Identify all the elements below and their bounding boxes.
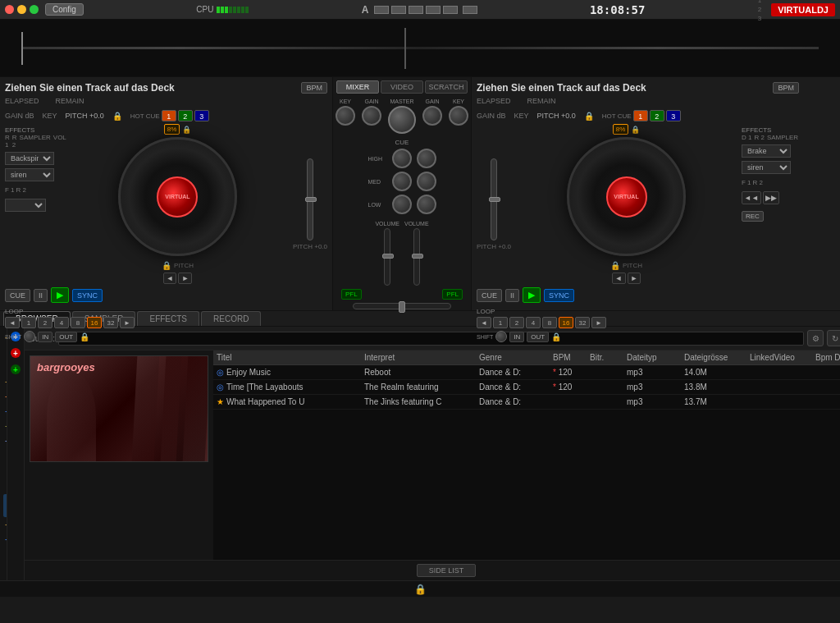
mixer-eq-high: HIGH <box>368 149 436 168</box>
deck-left-bpm-button[interactable]: BPM <box>301 82 327 94</box>
td-diff-3 <box>815 397 840 406</box>
loop-btn-4-right[interactable]: 4 <box>526 317 541 328</box>
loop-btn-next-left[interactable]: ► <box>120 317 135 328</box>
high-knob-left[interactable] <box>392 149 412 168</box>
sampler-select-left[interactable]: siren <box>5 168 54 181</box>
pfl-button-left[interactable]: PFL <box>341 289 362 300</box>
loop-btn-32-right[interactable]: 32 <box>575 317 590 328</box>
med-knob-left[interactable] <box>392 172 412 191</box>
add-button-2[interactable]: + <box>11 348 21 358</box>
loop-btn-4-left[interactable]: 4 <box>54 317 69 328</box>
mixer-icon-extra[interactable] <box>463 6 477 14</box>
mixer-tab-video[interactable]: VIDEO <box>381 80 423 94</box>
track-table[interactable]: Titel Interpret Genre BPM Bitr. Dateityp… <box>213 350 840 560</box>
pause-button-right[interactable]: II <box>505 289 519 302</box>
pitch-arrow-left-left[interactable]: ◄ <box>163 273 177 284</box>
shift-knob-left[interactable] <box>24 331 35 342</box>
side-list-button[interactable]: SIDE LIST <box>417 564 477 577</box>
vol-fader-right[interactable] <box>413 228 420 286</box>
loop-btn-16-right[interactable]: 16 <box>559 317 573 328</box>
td-titel-1: ◎ Enjoy Music <box>217 368 364 377</box>
close-dot[interactable] <box>5 5 14 14</box>
loop-btn-prev-left[interactable]: ◄ <box>5 317 20 328</box>
key-knob-right[interactable] <box>449 106 468 126</box>
loop-btn-1-right[interactable]: 1 <box>493 317 508 328</box>
loop-btn-32-left[interactable]: 32 <box>103 317 118 328</box>
hot-cue-right-2[interactable]: 2 <box>650 110 664 121</box>
prev-track-right[interactable]: ◄◄ <box>742 191 761 204</box>
pitch-arrow-left-right[interactable]: ► <box>178 273 192 284</box>
mixer-icon-4[interactable] <box>426 6 441 14</box>
loop-btn-8-right[interactable]: 8 <box>542 317 557 328</box>
keylock-right: 8% <box>613 124 629 135</box>
key-knob-left[interactable] <box>336 106 355 126</box>
hot-cue-right-3[interactable]: 3 <box>666 110 681 121</box>
effect-sub-select-left[interactable] <box>5 199 46 212</box>
hot-cue-left-1[interactable]: 1 <box>162 110 176 121</box>
deck-left-info: ELAPSED REMAIN <box>5 97 84 105</box>
bottom-lock-icon: 🔒 <box>414 584 427 595</box>
next-track-right[interactable]: ▶▶ <box>763 191 779 204</box>
td-bitrate-2 <box>590 383 627 392</box>
hot-cue-left-2[interactable]: 2 <box>178 110 193 121</box>
out-button-left[interactable]: OUT <box>55 332 77 342</box>
sync-button-left[interactable]: SYNC <box>72 289 103 302</box>
crossfader[interactable] <box>353 303 451 309</box>
cue-button-right[interactable]: CUE <box>477 289 502 302</box>
out-button-right[interactable]: OUT <box>527 332 549 342</box>
low-knob-right[interactable] <box>417 195 436 214</box>
high-knob-right[interactable] <box>417 149 436 168</box>
loop-btn-1-left[interactable]: 1 <box>21 317 36 328</box>
in-button-left[interactable]: IN <box>38 332 52 342</box>
pitch-arrow-right-left[interactable]: ◄ <box>612 273 626 284</box>
loop-btn-16-left[interactable]: 16 <box>87 317 102 328</box>
mixer-tab-scratch[interactable]: SCRATCH <box>425 80 468 94</box>
effect-select-right[interactable]: Brake <box>742 144 791 158</box>
shift-knob-right[interactable] <box>495 331 507 342</box>
turntable-inner-left: VIRTUAL <box>157 176 198 218</box>
rec-button-right[interactable]: REC <box>742 211 764 222</box>
mixer-icon-1[interactable] <box>374 6 389 14</box>
loop-btn-next-right[interactable]: ► <box>591 317 606 328</box>
med-knob-right[interactable] <box>417 172 436 191</box>
minimize-dot[interactable] <box>17 5 26 14</box>
play-button-right[interactable]: ▶ <box>523 287 541 303</box>
loop-btn-8-left[interactable]: 8 <box>71 317 85 328</box>
maximize-dot[interactable] <box>30 5 39 14</box>
hot-cue-left-3[interactable]: 3 <box>194 110 209 121</box>
in-button-right[interactable]: IN <box>509 332 524 342</box>
loop-btn-prev-right[interactable]: ◄ <box>477 317 491 328</box>
pause-button-left[interactable]: II <box>34 289 48 302</box>
table-row[interactable]: ★ What Happened To U The Jinks featuring… <box>213 395 840 410</box>
pitch-arrow-right-right[interactable]: ► <box>628 273 641 284</box>
mixer-icon-5[interactable] <box>443 6 458 14</box>
effect-select-left[interactable]: Backspin <box>5 152 54 165</box>
gain-knob-left[interactable] <box>362 106 381 126</box>
loop-btn-2-left[interactable]: 2 <box>38 317 52 328</box>
loop-btn-2-right[interactable]: 2 <box>509 317 524 328</box>
low-knob-left[interactable] <box>392 195 412 214</box>
turntable-left[interactable]: VIRTUAL <box>118 137 237 256</box>
mixer-icon-3[interactable] <box>409 6 423 14</box>
search-settings-icon[interactable]: ⚙ <box>807 330 824 346</box>
mixer-tab-mixer[interactable]: MIXER <box>336 80 379 94</box>
pfl-button-right[interactable]: PFL <box>442 289 463 300</box>
add-button-3[interactable]: + <box>11 364 21 374</box>
th-interpret: Interpret <box>364 353 479 362</box>
table-row[interactable]: ◎ Enjoy Music Reboot Dance & D: * 120 mp… <box>213 365 840 380</box>
table-row[interactable]: ◎ Time [The Layabouts The Realm featurin… <box>213 380 840 395</box>
hot-cue-right-1[interactable]: 1 <box>633 110 648 121</box>
mixer-icon-2[interactable] <box>391 6 406 14</box>
gain-knob-right[interactable] <box>422 106 442 126</box>
sync-button-right[interactable]: SYNC <box>544 289 574 302</box>
config-button[interactable]: Config <box>45 3 84 16</box>
turntable-right[interactable]: VIRTUAL <box>567 137 686 256</box>
master-knob[interactable] <box>388 106 416 134</box>
search-refresh-icon[interactable]: ↻ <box>827 330 840 346</box>
play-button-left[interactable]: ▶ <box>51 287 69 303</box>
sampler-select-right[interactable]: siren <box>742 161 791 174</box>
deck-right-bpm-button[interactable]: BPM <box>773 82 799 94</box>
deck-right-info: ELAPSED REMAIN <box>477 97 556 105</box>
vol-fader-left[interactable] <box>384 228 390 286</box>
cue-button-left[interactable]: CUE <box>5 289 30 302</box>
